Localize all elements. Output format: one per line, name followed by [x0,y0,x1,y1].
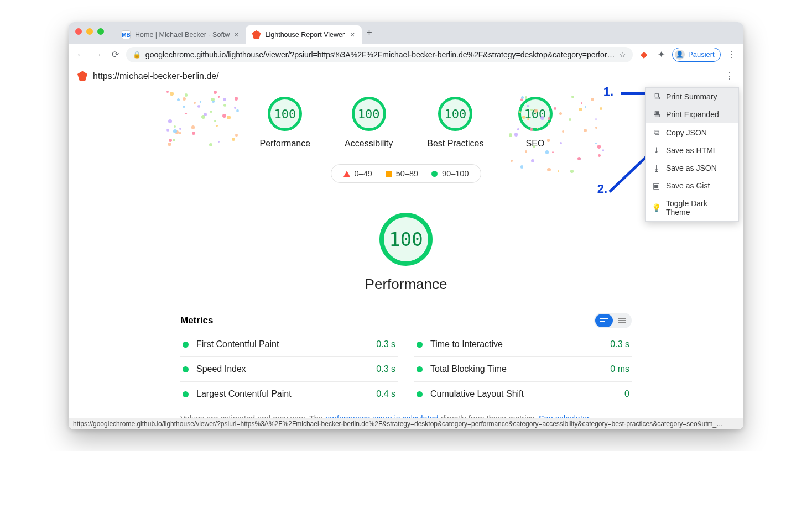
toolbar: ← → ⟳ 🔒 googlechrome.github.io/lighthous… [69,44,743,65]
menu-save-json[interactable]: ⭳Save as JSON [646,159,738,177]
circle-icon [431,171,438,177]
gauge-performance[interactable]: 100Performance [260,97,311,149]
lighthouse-logo-icon [77,71,87,81]
metric-value: 0 [624,389,629,399]
copy-icon: ⧉ [652,128,660,137]
metric-name: Total Blocking Time [430,364,602,374]
tab-strip: MB Home | Michael Becker - Softw × Light… [115,22,743,44]
close-window-icon[interactable] [75,28,82,35]
url-text: googlechrome.github.io/lighthouse/viewer… [145,50,615,59]
report-content: 100Performance 100Accessibility 100Best … [69,87,743,429]
tab-home[interactable]: MB Home | Michael Becker - Softw × [115,25,246,44]
download-icon: ⭳ [652,164,660,172]
browser-window: MB Home | Michael Becker - Softw × Light… [69,22,743,429]
menu-print-expanded[interactable]: 🖶Print Expanded [646,106,738,123]
lock-icon: 🔒 [133,51,141,59]
close-icon[interactable]: × [234,30,238,39]
metric-row: Time to Interactive0.3 s [414,332,632,356]
print-icon: 🖶 [652,92,660,101]
pass-dot-icon [183,342,189,348]
toggle-collapsed-icon [613,314,631,327]
address-bar[interactable]: 🔒 googlechrome.github.io/lighthouse/view… [126,47,633,62]
svg-rect-0 [600,318,608,319]
favicon-mb-icon: MB [122,30,131,39]
traffic-lights [75,28,104,35]
forward-button[interactable]: → [91,50,104,60]
titlebar: MB Home | Michael Becker - Softw × Light… [69,22,743,44]
metric-row: Total Blocking Time0 ms [414,356,632,381]
gauge-accessibility[interactable]: 100Accessibility [345,97,393,149]
bulb-icon: 💡 [652,203,660,212]
tab-lighthouse[interactable]: Lighthouse Report Viewer × [246,25,362,44]
pass-dot-icon [417,366,423,372]
metrics-section: Metrics First Contentful Paint0.3 sTime … [176,313,636,406]
reload-button[interactable]: ⟳ [109,49,122,60]
report-menu-dropdown: 🖶Print Summary 🖶Print Expanded ⧉Copy JSO… [645,87,739,222]
extensions-icon[interactable]: ✦ [655,49,668,60]
metric-value: 0.4 s [376,389,395,399]
metric-value: 0 ms [610,364,629,374]
metric-name: Largest Contentful Paint [196,389,368,399]
avatar-icon: 👤 [675,50,685,60]
svg-rect-4 [618,322,626,323]
menu-save-gist[interactable]: ▣Save as Gist [646,177,738,195]
pass-dot-icon [417,391,423,397]
annotation-1: 1. [603,87,613,99]
menu-copy-json[interactable]: ⧉Copy JSON [646,123,738,141]
metrics-heading: Metrics [180,315,214,326]
menu-save-html[interactable]: ⭳Save as HTML [646,141,738,159]
extension-lighthouse-icon[interactable]: ◆ [637,49,650,60]
pass-dot-icon [417,342,423,348]
back-button[interactable]: ← [74,50,87,60]
maximize-window-icon[interactable] [97,28,104,35]
close-icon[interactable]: × [350,30,355,39]
metric-name: Speed Index [196,364,368,374]
gauge-seo[interactable]: 100SEO [518,97,553,149]
square-icon [386,171,392,177]
audited-url: https://michael-becker-berlin.de/ [93,71,219,81]
svg-rect-2 [618,318,626,319]
favicon-lighthouse-icon [252,30,261,39]
pass-dot-icon [183,391,189,397]
menu-toggle-dark[interactable]: 💡Toggle Dark Theme [646,195,738,221]
profile-label: Pausiert [688,50,715,59]
tab-title: Home | Michael Becker - Softw [135,31,230,39]
metrics-view-toggle[interactable] [594,313,632,328]
metric-row: Largest Contentful Paint0.4 s [180,381,398,406]
new-tab-button[interactable]: + [362,25,377,40]
metric-name: First Contentful Paint [196,339,368,349]
chrome-menu-icon[interactable]: ⋮ [725,49,738,60]
metric-row: First Contentful Paint0.3 s [180,332,398,356]
lighthouse-header: https://michael-becker-berlin.de/ ⋮ 🖶Pri… [69,65,743,87]
pass-dot-icon [183,366,189,372]
toggle-expanded-icon [595,314,613,327]
metric-name: Time to Interactive [430,339,602,349]
print-icon: 🖶 [652,110,660,119]
metric-row: Cumulative Layout Shift0 [414,381,632,406]
metric-name: Cumulative Layout Shift [430,389,617,399]
metric-value: 0.3 s [376,339,395,349]
gist-icon: ▣ [652,181,660,190]
minimize-window-icon[interactable] [86,28,93,35]
tab-title: Lighthouse Report Viewer [266,31,346,39]
report-menu-button[interactable]: ⋮ [725,71,735,81]
metric-row: Speed Index0.3 s [180,356,398,381]
main-gauge: 100 Performance [69,213,743,293]
menu-print-summary[interactable]: 🖶Print Summary [646,88,738,106]
download-icon: ⭳ [652,146,660,155]
profile-badge[interactable]: 👤 Pausiert [672,48,721,62]
svg-rect-1 [600,321,605,322]
svg-rect-3 [618,320,626,321]
triangle-icon [343,171,350,177]
metric-value: 0.3 s [376,364,395,374]
status-bar: https://googlechrome.github.io/lighthous… [69,418,743,429]
metric-value: 0.3 s [610,339,629,349]
bookmark-star-icon[interactable]: ☆ [619,50,626,59]
gauge-best-practices[interactable]: 100Best Practices [427,97,483,149]
